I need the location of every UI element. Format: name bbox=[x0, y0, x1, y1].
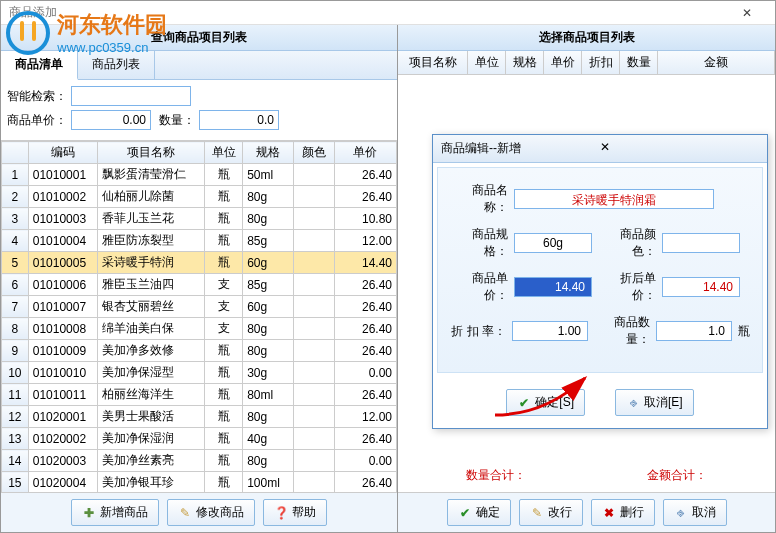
left-tabs: 商品清单 商品列表 bbox=[1, 51, 397, 80]
totals-row: 数量合计： 金额合计： bbox=[398, 459, 775, 492]
discount-rate-field[interactable]: 1.00 bbox=[512, 321, 588, 341]
edit-product-button[interactable]: ✎修改商品 bbox=[167, 499, 255, 526]
modify-row-button[interactable]: ✎改行 bbox=[519, 499, 583, 526]
product-name-field[interactable]: 采诗暖手特润霜 bbox=[514, 189, 714, 209]
tab-product-list[interactable]: 商品清单 bbox=[1, 51, 78, 80]
exit-icon: ⎆ bbox=[674, 506, 688, 520]
table-row[interactable]: 1501020004美加净银耳珍瓶100ml26.40 bbox=[2, 472, 397, 493]
table-row[interactable]: 1001010010美加净保湿型瓶30g0.00 bbox=[2, 362, 397, 384]
edit-icon: ✎ bbox=[178, 506, 192, 520]
smart-search-label: 智能检索： bbox=[7, 88, 67, 105]
add-product-button[interactable]: ✚新增商品 bbox=[71, 499, 159, 526]
help-button[interactable]: ❓帮助 bbox=[263, 499, 327, 526]
qty-input[interactable] bbox=[199, 110, 279, 130]
product-edit-dialog: 商品编辑--新增 ✕ 商品名称： 采诗暖手特润霜 商品规格： 60g 商品颜色：… bbox=[432, 134, 768, 429]
window-title: 商品添加 bbox=[9, 4, 727, 21]
product-qty-field[interactable]: 1.0 bbox=[656, 321, 732, 341]
table-row[interactable]: 201010002仙柏丽儿除菌瓶80g26.40 bbox=[2, 186, 397, 208]
table-row[interactable]: 401010004雅臣防冻裂型瓶85g12.00 bbox=[2, 230, 397, 252]
table-row[interactable]: 101010001飘影蛋清莹滑仁瓶50ml26.40 bbox=[2, 164, 397, 186]
left-panel-title: 查询商品项目列表 bbox=[1, 25, 397, 51]
close-icon[interactable]: ✕ bbox=[727, 6, 767, 20]
table-row[interactable]: 1301020002美加净保湿润瓶40g26.40 bbox=[2, 428, 397, 450]
help-icon: ❓ bbox=[274, 506, 288, 520]
x-icon: ✖ bbox=[602, 506, 616, 520]
smart-search-input[interactable] bbox=[71, 86, 191, 106]
check-icon: ✔ bbox=[517, 396, 531, 410]
right-table-header: 项目名称 单位 规格 单价 折扣 数量 金额 bbox=[398, 51, 775, 75]
table-row[interactable]: 1401020003美加净丝素亮瓶80g0.00 bbox=[2, 450, 397, 472]
table-row[interactable]: 1201020001美男士果酸活瓶80g12.00 bbox=[2, 406, 397, 428]
unit-price-label: 商品单价： bbox=[7, 112, 67, 129]
plus-icon: ✚ bbox=[82, 506, 96, 520]
table-row[interactable]: 701010007银杏艾丽碧丝支60g26.40 bbox=[2, 296, 397, 318]
unit-price-input[interactable] bbox=[71, 110, 151, 130]
table-row[interactable]: 801010008绵羊油美白保支80g26.40 bbox=[2, 318, 397, 340]
window-titlebar: 商品添加 ✕ bbox=[1, 1, 775, 25]
dialog-title: 商品编辑--新增 bbox=[441, 140, 600, 157]
dialog-cancel-button[interactable]: ⎆取消[E] bbox=[615, 389, 694, 416]
tab-product-grid[interactable]: 商品列表 bbox=[78, 51, 155, 79]
product-table[interactable]: 编码项目名称单位规格颜色单价101010001飘影蛋清莹滑仁瓶50ml26.40… bbox=[1, 140, 397, 492]
check-icon: ✔ bbox=[458, 506, 472, 520]
cancel-button[interactable]: ⎆取消 bbox=[663, 499, 727, 526]
table-row[interactable]: 301010003香菲儿玉兰花瓶80g10.80 bbox=[2, 208, 397, 230]
dialog-close-icon[interactable]: ✕ bbox=[600, 140, 759, 157]
table-row[interactable]: 501010005采诗暖手特润瓶60g14.40 bbox=[2, 252, 397, 274]
table-row[interactable]: 901010009美加净多效修瓶80g26.40 bbox=[2, 340, 397, 362]
delete-row-button[interactable]: ✖删行 bbox=[591, 499, 655, 526]
right-panel-title: 选择商品项目列表 bbox=[398, 25, 775, 51]
discount-price-field[interactable]: 14.40 bbox=[662, 277, 740, 297]
product-spec-field[interactable]: 60g bbox=[514, 233, 592, 253]
ok-button[interactable]: ✔确定 bbox=[447, 499, 511, 526]
table-row[interactable]: 601010006雅臣玉兰油四支85g26.40 bbox=[2, 274, 397, 296]
product-price-field[interactable]: 14.40 bbox=[514, 277, 592, 297]
edit-icon: ✎ bbox=[530, 506, 544, 520]
exit-icon: ⎆ bbox=[626, 396, 640, 410]
table-row[interactable]: 1101010011柏丽丝海洋生瓶80ml26.40 bbox=[2, 384, 397, 406]
qty-label: 数量： bbox=[155, 112, 195, 129]
dialog-ok-button[interactable]: ✔确定[S] bbox=[506, 389, 585, 416]
product-color-field[interactable] bbox=[662, 233, 740, 253]
